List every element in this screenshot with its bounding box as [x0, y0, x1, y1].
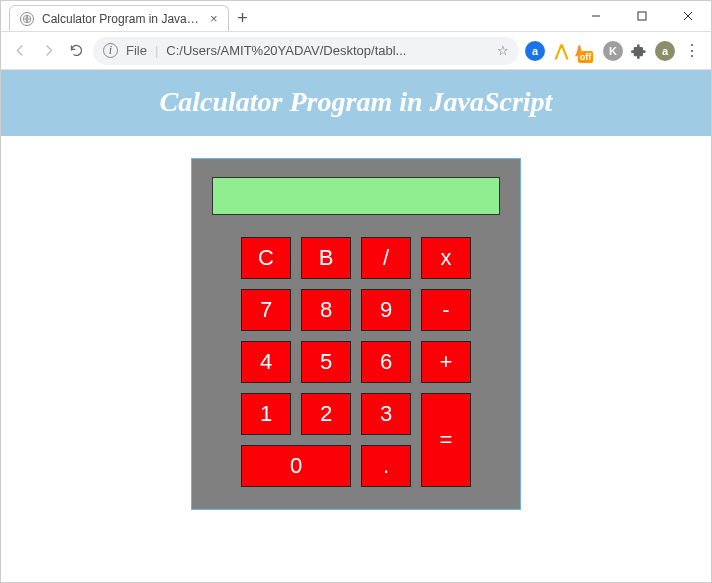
digit-6-button[interactable]: 6 — [361, 341, 411, 383]
extension-icon[interactable]: a — [525, 41, 545, 61]
multiply-button[interactable]: x — [421, 237, 471, 279]
digit-0-button[interactable]: 0 — [241, 445, 351, 487]
equals-button[interactable]: = — [421, 393, 471, 487]
svg-rect-2 — [638, 12, 646, 20]
address-bar[interactable]: i File | C:/Users/AMIT%20YADAV/Desktop/t… — [93, 37, 519, 65]
extensions-button[interactable] — [629, 41, 649, 61]
extension-icon[interactable]: ٨off — [577, 41, 597, 61]
digit-1-button[interactable]: 1 — [241, 393, 291, 435]
url-text: C:/Users/AMIT%20YADAV/Desktop/tabl... — [166, 43, 489, 58]
tab-title: Calculator Program in JavaScript — [42, 12, 202, 26]
page-title: Calculator Program in JavaScript — [1, 70, 711, 136]
digit-3-button[interactable]: 3 — [361, 393, 411, 435]
info-icon: i — [103, 43, 118, 58]
digit-9-button[interactable]: 9 — [361, 289, 411, 331]
add-button[interactable]: + — [421, 341, 471, 383]
minimize-button[interactable] — [573, 0, 619, 31]
calculator-display[interactable] — [212, 177, 500, 215]
clear-button[interactable]: C — [241, 237, 291, 279]
tab-strip: Calculator Program in JavaScript × + — [1, 1, 257, 31]
digit-5-button[interactable]: 5 — [301, 341, 351, 383]
digit-8-button[interactable]: 8 — [301, 289, 351, 331]
tab-active[interactable]: Calculator Program in JavaScript × — [9, 5, 229, 31]
digit-7-button[interactable]: 7 — [241, 289, 291, 331]
globe-icon — [20, 12, 34, 26]
page-content: Calculator Program in JavaScript C B / x… — [1, 70, 711, 582]
backspace-button[interactable]: B — [301, 237, 351, 279]
reload-button[interactable] — [65, 40, 87, 62]
digit-2-button[interactable]: 2 — [301, 393, 351, 435]
keypad: C B / x 7 8 9 - 4 5 6 + — [212, 237, 500, 487]
bookmark-icon[interactable]: ☆ — [497, 43, 509, 58]
close-icon[interactable]: × — [210, 11, 218, 26]
extension-icon[interactable]: K — [603, 41, 623, 61]
calculator: C B / x 7 8 9 - 4 5 6 + — [191, 158, 521, 510]
extension-icon[interactable]: ⋀ — [551, 41, 571, 61]
menu-button[interactable]: ⋮ — [681, 40, 703, 62]
toolbar: i File | C:/Users/AMIT%20YADAV/Desktop/t… — [1, 32, 711, 70]
subtract-button[interactable]: - — [421, 289, 471, 331]
new-tab-button[interactable]: + — [229, 8, 257, 31]
divide-button[interactable]: / — [361, 237, 411, 279]
close-window-button[interactable] — [665, 0, 711, 31]
forward-button[interactable] — [37, 40, 59, 62]
browser-window: Calculator Program in JavaScript × + i F… — [0, 0, 712, 583]
profile-button[interactable]: a — [655, 41, 675, 61]
maximize-button[interactable] — [619, 0, 665, 31]
digit-4-button[interactable]: 4 — [241, 341, 291, 383]
page-body: C B / x 7 8 9 - 4 5 6 + — [1, 136, 711, 540]
file-label: File — [126, 43, 147, 58]
titlebar: Calculator Program in JavaScript × + — [1, 1, 711, 32]
window-controls — [573, 0, 711, 31]
decimal-button[interactable]: . — [361, 445, 411, 487]
back-button[interactable] — [9, 40, 31, 62]
